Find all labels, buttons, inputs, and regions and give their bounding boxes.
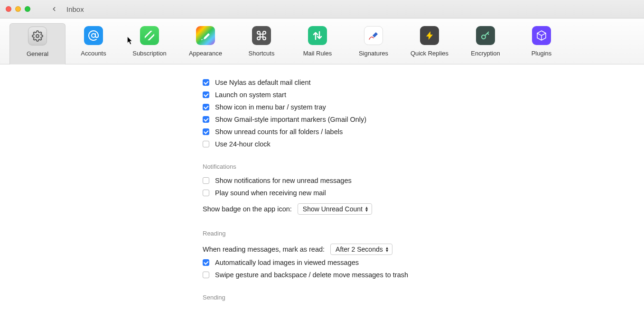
at-sign-icon [84,26,103,45]
select-caret-icon: ▴▾ [365,206,368,212]
checkbox-label: Show Gmail-style important markers (Gmai… [215,116,366,123]
command-key-icon [252,26,271,45]
tab-mail-rules[interactable]: Mail Rules [289,23,345,64]
reply-bolt-icon [420,26,439,45]
tab-label: Plugins [532,50,552,57]
select-caret-icon: ▴▾ [386,246,388,252]
cube-icon [532,26,551,45]
checkbox-label: Use Nylas as default mail client [215,79,310,86]
preferences-tab-strip: General Accounts Subscription Appearance… [0,18,644,64]
chevron-left-icon [51,6,57,12]
key-icon [476,26,495,45]
back-button[interactable] [47,3,61,15]
mark-read-select-label: When reading messages, mark as read: [203,245,325,253]
preferences-content: Use Nylas as default mail client Launch … [0,64,644,318]
tab-shortcuts[interactable]: Shortcuts [233,23,289,64]
badge-select[interactable]: Show Unread Count ▴▾ [298,203,372,215]
section-header-reading: Reading [203,230,468,237]
tab-quick-replies[interactable]: Quick Replies [401,23,457,64]
tab-appearance[interactable]: Appearance [177,23,233,64]
section-header-notifications: Notifications [203,163,468,170]
checkbox-auto-load-images[interactable] [203,259,209,266]
checkbox-label: Show icon in menu bar / system tray [215,103,326,111]
window-controls [6,6,30,12]
mark-read-select[interactable]: After 2 Seconds ▴▾ [330,244,392,255]
section-header-sending: Sending [203,294,468,301]
window-title: Inbox [66,5,84,13]
checkbox-label: Show unread counts for all folders / lab… [215,128,343,136]
paintbrush-icon [196,26,215,45]
tab-label: Accounts [81,50,106,57]
close-window-button[interactable] [6,6,11,12]
tab-general[interactable]: General [9,23,65,64]
checkbox-label: Swipe gesture and backspace / delete mov… [215,271,408,279]
gear-icon [28,27,47,45]
checkbox-label: Show notifications for new unread messag… [215,177,352,184]
badge-select-label: Show badge on the app icon: [203,205,292,213]
svg-point-4 [482,35,485,39]
tab-label: Appearance [189,50,222,57]
checkbox-play-sound[interactable] [203,190,209,196]
checkbox-gmail-important-markers[interactable] [203,116,209,123]
tab-label: Signatures [359,50,388,57]
tab-plugins[interactable]: Plugins [513,23,569,64]
tab-label: Encryption [471,50,500,57]
checkbox-label: Use 24-hour clock [215,140,271,148]
checkbox-label: Launch on system start [215,91,286,99]
checkbox-24-hour-clock[interactable] [203,141,209,147]
checkbox-label: Play sound when receiving new mail [215,189,326,197]
checkbox-show-notifications[interactable] [203,177,209,184]
checkbox-unread-counts[interactable] [203,128,209,135]
tab-label: General [27,50,48,57]
tab-subscription[interactable]: Subscription [121,23,177,64]
svg-point-0 [36,35,39,37]
checkbox-default-mail-client[interactable] [203,79,209,86]
zoom-window-button[interactable] [25,6,30,12]
arrows-icon [308,26,327,45]
select-value: After 2 Seconds [336,245,383,253]
tab-signatures[interactable]: Signatures [345,23,401,64]
tab-label: Quick Replies [411,50,448,57]
minimize-window-button[interactable] [15,6,21,12]
tab-accounts[interactable]: Accounts [65,23,121,64]
checkbox-menu-bar-icon[interactable] [203,104,209,110]
checkbox-launch-on-start[interactable] [203,91,209,98]
window-titlebar: Inbox [0,0,644,18]
checkbox-swipe-to-trash[interactable] [203,272,209,278]
tab-label: Subscription [132,50,167,57]
svg-point-1 [92,34,95,37]
select-value: Show Unread Count [303,205,363,213]
tab-encryption[interactable]: Encryption [457,23,513,64]
stripes-icon [140,26,159,45]
checkbox-label: Automatically load images in viewed mess… [215,259,359,266]
pen-icon [364,26,383,45]
tab-label: Shortcuts [249,50,275,57]
tab-label: Mail Rules [303,50,332,57]
